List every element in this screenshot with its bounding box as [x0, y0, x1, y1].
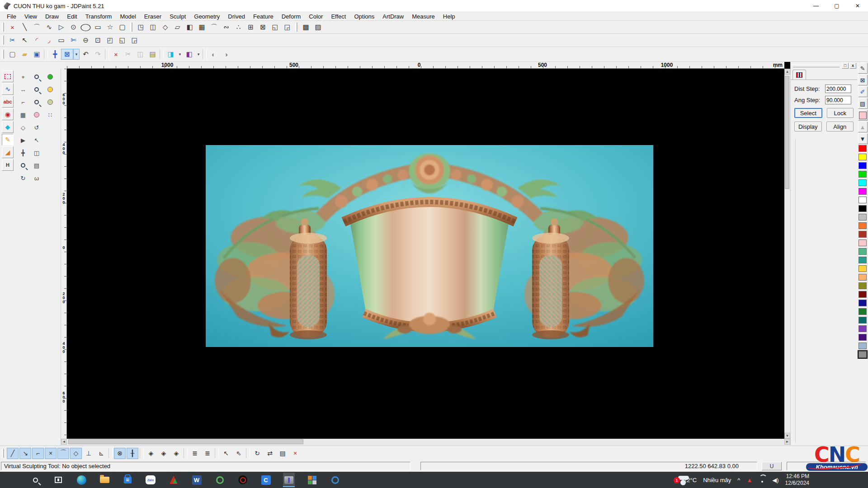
align-button[interactable]: Align — [826, 122, 854, 131]
mask-tool-icon[interactable]: ▩ — [300, 22, 312, 33]
color-swatch[interactable] — [859, 231, 867, 238]
current-color-chip[interactable] — [858, 110, 868, 121]
view-cube-caret[interactable]: ▾ — [195, 49, 202, 60]
arc-array-tool-icon[interactable]: ⌒ — [208, 22, 220, 33]
snap-perpendicular[interactable]: ⊥ — [83, 448, 94, 459]
rotate-shape-tool-icon[interactable]: ◇ — [159, 22, 171, 33]
rotate-view-tool-icon[interactable]: ↻ — [16, 172, 30, 184]
copy-offset-tool-3-icon[interactable]: ◲ — [128, 35, 141, 46]
cursor-tool-icon[interactable]: ↖ — [30, 134, 43, 146]
open-button[interactable]: ▰ — [19, 49, 31, 60]
task-view-button[interactable] — [52, 473, 64, 487]
pan-tool-icon[interactable]: ╋ — [16, 146, 30, 159]
arc-tool-icon[interactable]: ⌒ — [31, 22, 43, 33]
dice-tool-icon[interactable]: ∷ — [43, 108, 57, 121]
mirror-tool-icon[interactable]: ◫ — [147, 22, 159, 33]
layer-snap-a[interactable]: ≣ — [189, 448, 201, 459]
app-file-explorer[interactable] — [99, 473, 110, 487]
grid-snap-b[interactable]: ◈ — [158, 448, 170, 459]
menu-eraser[interactable]: Eraser — [140, 13, 165, 20]
color-picker-tool[interactable]: ✐ — [858, 86, 868, 97]
corner-measure-tool-icon[interactable]: ⌐ — [16, 96, 30, 108]
pick-add[interactable]: ↖ — [220, 448, 232, 459]
app-green-suite[interactable] — [214, 473, 226, 487]
minimize-button[interactable]: — — [806, 0, 826, 12]
horizontal-scroll-thumb[interactable] — [68, 439, 303, 444]
copy-transform-tool-icon[interactable]: ◳ — [135, 22, 147, 33]
undo-button[interactable]: ↶ — [80, 49, 92, 60]
app-media[interactable] — [168, 473, 179, 487]
render-texture-button[interactable]: ◑ — [220, 49, 232, 60]
lock-button[interactable]: Lock — [827, 108, 854, 118]
cancel-button[interactable]: × — [289, 448, 301, 459]
surface-mode-button[interactable]: ◨ — [165, 49, 177, 60]
frame-corner-tool-icon[interactable]: ◲ — [281, 22, 293, 33]
menu-geometry[interactable]: Geometry — [190, 13, 224, 20]
color-swatch[interactable] — [859, 300, 867, 306]
zoom-window-tool-icon[interactable] — [30, 96, 43, 108]
chamfer-tool-icon[interactable]: ◞ — [43, 35, 55, 46]
undo-view-tool-icon[interactable]: ↺ — [30, 121, 43, 134]
color-swatch[interactable] — [859, 214, 867, 221]
tab-transform[interactable] — [793, 70, 806, 80]
diamond-snap-tool-icon[interactable]: ◇ — [16, 121, 30, 134]
pencil-color-tool[interactable]: ✎ — [858, 63, 868, 74]
node-array-tool-icon[interactable]: ∴ — [232, 22, 245, 33]
color-swatch[interactable] — [859, 154, 867, 160]
panel-restore-button[interactable]: □ — [842, 63, 849, 69]
rectangle-tool-icon[interactable]: ▭ — [92, 22, 104, 33]
scroll-right-arrow[interactable]: ► — [784, 439, 790, 445]
menu-effect[interactable]: Effect — [327, 13, 350, 20]
app-remote[interactable]: C — [260, 473, 272, 487]
app-word[interactable]: W — [191, 473, 203, 487]
color-swatch[interactable] — [859, 197, 867, 203]
knife-tool-icon[interactable]: ✄ — [67, 35, 80, 46]
color-swatch[interactable] — [859, 308, 867, 315]
shade-tool-icon[interactable]: ▨ — [312, 22, 324, 33]
snap-corner[interactable]: ⌐ — [32, 448, 44, 459]
menu-drived[interactable]: Drived — [224, 13, 249, 20]
close-button[interactable]: ✕ — [847, 0, 868, 12]
table-tool-icon[interactable]: ▦ — [16, 108, 30, 121]
menu-feature[interactable]: Feature — [249, 13, 278, 20]
app-artcam[interactable] — [306, 473, 318, 487]
menu-color[interactable]: Color — [305, 13, 327, 20]
start-button[interactable] — [6, 473, 18, 487]
color-swatch[interactable] — [859, 222, 867, 229]
toolbar-grip[interactable] — [2, 50, 4, 59]
snap-axis[interactable]: ╂ — [127, 448, 138, 459]
app-jdpaint[interactable] — [283, 473, 295, 487]
select-box-button[interactable]: ⊠ — [61, 49, 73, 60]
vertical-scroll-thumb[interactable] — [785, 76, 789, 189]
offset-tool-icon[interactable]: ▭ — [55, 35, 67, 46]
color-swatch[interactable] — [859, 351, 867, 358]
select-box-caret[interactable]: ▾ — [73, 49, 80, 60]
vertical-scrollbar[interactable]: ▲ ▼ — [784, 69, 790, 439]
palette-scroll-down[interactable]: ▼ — [858, 133, 868, 144]
copy-offset-tool-2-icon[interactable]: ◱ — [116, 35, 128, 46]
color-swatch[interactable] — [859, 257, 867, 263]
surface-mode-caret[interactable]: ▾ — [177, 49, 183, 60]
menu-view[interactable]: View — [20, 13, 41, 20]
app-zalo[interactable]: Zalo — [145, 473, 156, 487]
copy-button[interactable]: ◫ — [134, 49, 146, 60]
scroll-down-arrow[interactable]: ▼ — [784, 433, 790, 439]
line-tool-icon[interactable]: ╲ — [19, 22, 31, 33]
zoom-tool-icon[interactable] — [16, 159, 30, 172]
hand-tool-icon[interactable]: ω — [30, 172, 43, 184]
unit-toggle-button[interactable]: U — [762, 462, 782, 470]
app-recorder[interactable] — [237, 473, 249, 487]
move-cross-button[interactable]: ╋ — [49, 49, 61, 60]
extend-tool-icon[interactable]: ↖ — [19, 35, 31, 46]
clock[interactable]: 12:46 PM 12/6/2024 — [785, 473, 809, 487]
menu-draw[interactable]: Draw — [41, 13, 63, 20]
menu-sculpt[interactable]: Sculpt — [165, 13, 190, 20]
scroll-up-arrow[interactable]: ▲ — [784, 69, 790, 75]
render-shaded-button[interactable]: ◐ — [208, 49, 220, 60]
shear-tool-icon[interactable]: ▱ — [171, 22, 184, 33]
wifi-icon[interactable] — [759, 477, 766, 483]
maximize-button[interactable]: ▢ — [826, 0, 847, 12]
tray-app-icon[interactable]: ▲ — [746, 477, 752, 483]
pick-arrow-tool-icon[interactable]: ▶ — [16, 134, 30, 146]
text-tool-icon[interactable]: abc — [2, 96, 14, 108]
